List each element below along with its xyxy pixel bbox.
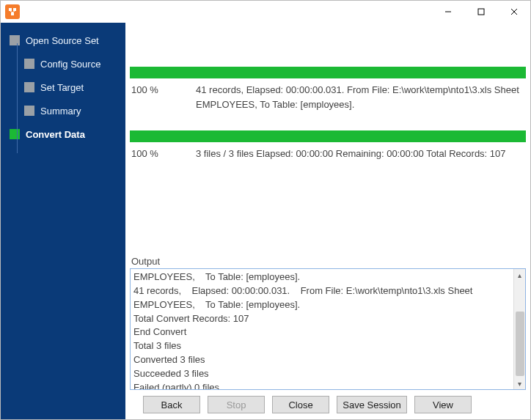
svg-rect-6 (478, 9, 484, 15)
svg-rect-0 (9, 8, 12, 11)
step-label: Open Source Set (26, 35, 99, 46)
step-box-icon (24, 82, 34, 92)
scroll-down-icon[interactable]: ▾ (514, 377, 525, 389)
maximize-icon (477, 8, 485, 15)
output-box: EMPLOYEES, To Table: [employees]. 41 rec… (130, 268, 526, 390)
step-box-icon (10, 129, 20, 139)
total-progress-block: 100 % 3 files / 3 files Elapsed: 00:00:0… (130, 130, 526, 161)
file-progress-info: 41 records, Elapsed: 00:00:00.031. From … (196, 83, 526, 111)
wizard-step-summary[interactable]: Summary (10, 99, 125, 122)
main-panel: 100 % 41 records, Elapsed: 00:00:00.031.… (125, 23, 530, 419)
step-label: Config Source (40, 59, 100, 70)
total-progress-info: 3 files / 3 files Elapsed: 00:00:00 Rema… (196, 147, 526, 161)
scroll-up-icon[interactable]: ▴ (514, 269, 525, 281)
tree-connector-line (17, 43, 18, 153)
close-icon (510, 8, 518, 15)
minimize-icon (444, 8, 452, 15)
app-icon (5, 4, 20, 19)
output-label: Output (130, 256, 526, 268)
back-button[interactable]: Back (143, 396, 200, 413)
wizard-step-convert-data[interactable]: Convert Data (10, 122, 125, 146)
wizard-step-config-source[interactable]: Config Source (10, 52, 125, 75)
scroll-thumb[interactable] (516, 312, 524, 376)
close-button[interactable]: Close (272, 396, 329, 413)
maximize-button[interactable] (464, 1, 497, 23)
svg-rect-2 (11, 12, 14, 15)
save-session-button[interactable]: Save Session (337, 396, 407, 413)
view-button[interactable]: View (414, 396, 472, 413)
step-label: Set Target (40, 82, 84, 93)
file-progress-block: 100 % 41 records, Elapsed: 00:00:00.031.… (130, 67, 526, 111)
step-box-icon (10, 35, 20, 45)
titlebar (1, 1, 530, 23)
wizard-step-open-source-set[interactable]: Open Source Set (10, 29, 125, 52)
button-row: Back Stop Close Save Session View (130, 396, 526, 413)
output-scrollbar[interactable]: ▴ ▾ (513, 269, 525, 389)
wizard-sidebar: Open Source SetConfig SourceSet TargetSu… (1, 23, 125, 419)
wizard-step-set-target[interactable]: Set Target (10, 75, 125, 99)
file-progress-bar (130, 67, 526, 78)
file-progress-percent: 100 % (130, 83, 196, 111)
step-box-icon (24, 59, 34, 69)
svg-rect-1 (13, 8, 16, 11)
close-window-button[interactable] (497, 1, 530, 23)
stop-button: Stop (208, 396, 265, 413)
step-label: Summary (40, 106, 81, 117)
step-box-icon (24, 106, 34, 116)
step-label: Convert Data (26, 129, 85, 140)
svg-line-4 (12, 11, 15, 12)
output-text[interactable]: EMPLOYEES, To Table: [employees]. 41 rec… (131, 269, 513, 389)
total-progress-bar (130, 130, 526, 142)
svg-line-3 (10, 11, 12, 12)
minimize-button[interactable] (431, 1, 464, 23)
total-progress-percent: 100 % (130, 147, 196, 161)
